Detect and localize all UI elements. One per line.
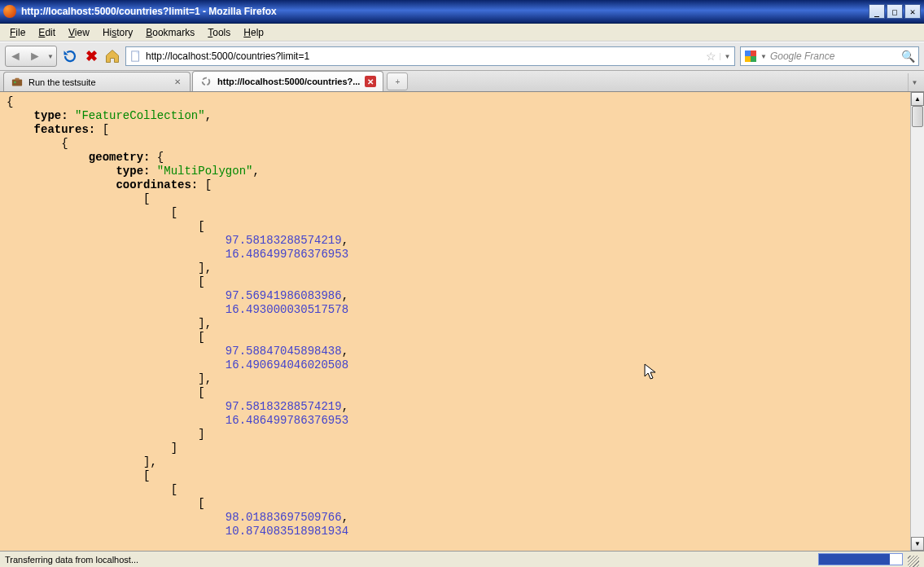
- menu-bar: File Edit View History Bookmarks Tools H…: [0, 24, 924, 42]
- window-titlebar: http://localhost:5000/countries?limit=1 …: [0, 0, 924, 24]
- url-bar[interactable]: http://localhost:5000/countries?limit=1 …: [125, 46, 735, 66]
- url-text[interactable]: http://localhost:5000/countries?limit=1: [146, 51, 703, 62]
- search-bar[interactable]: ▼ Google France 🔍: [740, 46, 919, 66]
- resize-grip[interactable]: [908, 556, 919, 567]
- menu-view[interactable]: View: [62, 25, 96, 40]
- new-tab-button[interactable]: +: [387, 73, 408, 90]
- loading-icon: [199, 75, 212, 88]
- tab-label: Run the testsuite: [28, 77, 167, 87]
- scroll-up-button[interactable]: ▲: [911, 92, 924, 106]
- home-button[interactable]: [104, 48, 120, 64]
- search-go-icon[interactable]: 🔍: [901, 50, 915, 63]
- navigation-toolbar: ◄ ► ▼ ✖ http://localhost:5000/countries?…: [0, 42, 924, 71]
- scroll-down-button[interactable]: ▼: [911, 537, 924, 551]
- svg-rect-2: [15, 77, 19, 80]
- menu-history[interactable]: History: [96, 25, 139, 40]
- scroll-track[interactable]: [911, 106, 924, 537]
- window-title: http://localhost:5000/countries?limit=1 …: [21, 6, 869, 17]
- stop-button[interactable]: ✖: [83, 48, 99, 64]
- progress-bar: [818, 553, 903, 565]
- nav-history-dropdown[interactable]: ▼: [45, 53, 56, 60]
- tab-countries[interactable]: http://localhost:5000/countries?... ✕: [192, 71, 383, 91]
- menu-help[interactable]: Help: [237, 25, 270, 40]
- page-icon: [129, 50, 142, 63]
- svg-point-4: [203, 78, 210, 86]
- tab-list-dropdown[interactable]: ▼: [908, 73, 921, 91]
- menu-edit[interactable]: Edit: [32, 25, 62, 40]
- vertical-scrollbar[interactable]: ▲ ▼: [910, 92, 924, 551]
- menu-tools[interactable]: Tools: [201, 25, 237, 40]
- tab-testsuite[interactable]: Run the testsuite ✕: [3, 72, 190, 91]
- tab-label: http://localhost:5000/countries?...: [217, 77, 360, 86]
- search-engine-dropdown[interactable]: ▼: [760, 53, 767, 60]
- status-bar: Transferring data from localhost...: [0, 551, 924, 567]
- url-dropdown[interactable]: ▼: [720, 53, 731, 60]
- svg-rect-1: [12, 79, 22, 86]
- tab-bar: Run the testsuite ✕ http://localhost:500…: [0, 71, 924, 92]
- search-placeholder[interactable]: Google France: [770, 51, 898, 62]
- bookmark-star-icon[interactable]: ☆: [706, 50, 716, 63]
- reload-button[interactable]: [62, 48, 78, 64]
- scroll-thumb[interactable]: [912, 106, 923, 127]
- status-text: Transferring data from localhost...: [5, 555, 818, 565]
- minimize-button[interactable]: _: [869, 4, 885, 19]
- tab-close-icon[interactable]: ✕: [172, 77, 183, 88]
- forward-button[interactable]: ►: [25, 46, 45, 66]
- window-controls: _ □ ✕: [869, 4, 921, 19]
- nav-button-group: ◄ ► ▼: [5, 46, 57, 67]
- search-engine-icon[interactable]: [744, 50, 757, 63]
- tab-close-icon[interactable]: ✕: [365, 76, 376, 87]
- svg-point-3: [14, 81, 16, 83]
- page-content: { type: "FeatureCollection", features: […: [0, 92, 910, 551]
- maximize-button[interactable]: □: [887, 4, 903, 19]
- firefox-icon: [3, 5, 16, 18]
- close-button[interactable]: ✕: [904, 4, 921, 19]
- back-button[interactable]: ◄: [6, 46, 25, 66]
- menu-file[interactable]: File: [3, 25, 32, 40]
- menu-bookmarks[interactable]: Bookmarks: [139, 25, 201, 40]
- testsuite-icon: [11, 76, 24, 89]
- progress-fill: [819, 554, 890, 565]
